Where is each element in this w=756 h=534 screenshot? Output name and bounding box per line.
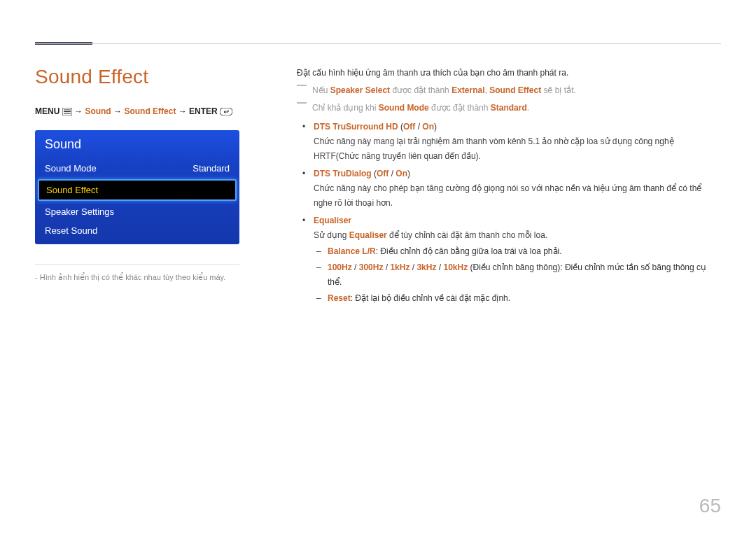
tv-row-reset-sound[interactable]: Reset Sound bbox=[35, 221, 239, 240]
divider bbox=[35, 264, 239, 265]
breadcrumb-arrow-3: → bbox=[178, 106, 187, 116]
enter-icon bbox=[220, 108, 232, 115]
note-dash-icon bbox=[297, 85, 307, 86]
breadcrumb-arrow-1: → bbox=[74, 106, 83, 116]
tv-row-sound-effect[interactable]: Sound Effect bbox=[38, 179, 237, 201]
footnote-dash: - bbox=[35, 273, 38, 281]
tv-row-sound-mode[interactable]: Sound Mode Standard bbox=[35, 159, 239, 178]
eq-reset: Reset: Đặt lại bộ điều chỉnh về cài đặt … bbox=[314, 291, 721, 306]
breadcrumb: MENU → Sound → Sound Effect → ENTER bbox=[35, 105, 273, 118]
tv-row-speaker-settings[interactable]: Speaker Settings bbox=[35, 202, 239, 221]
breadcrumb-sound: Sound bbox=[85, 106, 111, 116]
breadcrumb-sound-effect: Sound Effect bbox=[124, 106, 176, 116]
page-title: Sound Effect bbox=[35, 66, 273, 88]
footnote: - Hình ảnh hiển thị có thể khác nhau tùy… bbox=[35, 272, 273, 283]
tv-row-value: Standard bbox=[192, 163, 230, 174]
eq-balance: Balance L/R: Điều chỉnh độ cân bằng giữa… bbox=[314, 244, 721, 259]
feature-desc: Chức năng này cho phép bạn tăng cường độ… bbox=[314, 181, 721, 211]
intro-text: Đặt cấu hình hiệu ứng âm thanh ưa thích … bbox=[297, 66, 721, 80]
note-1: Nếu Speaker Select được đặt thành Extern… bbox=[297, 83, 721, 98]
tv-menu-header: Sound bbox=[35, 130, 239, 159]
eq-bands: 100Hz / 300Hz / 1kHz / 3kHz / 10kHz (Điề… bbox=[314, 260, 721, 290]
tv-row-label: Speaker Settings bbox=[45, 206, 114, 217]
feature-dts-trusurround: DTS TruSurround HD (Off / On) Chức năng … bbox=[297, 120, 721, 164]
breadcrumb-menu: MENU bbox=[35, 106, 59, 116]
tv-row-label: Sound Effect bbox=[46, 185, 98, 195]
tv-menu-panel: Sound Sound Mode Standard Sound Effect S… bbox=[35, 130, 239, 244]
feature-desc: Chức năng này mang lại trải nghiệm âm th… bbox=[314, 134, 721, 164]
feature-desc: Sử dụng Equaliser để tùy chỉnh cài đặt â… bbox=[314, 228, 721, 243]
menu-icon bbox=[62, 108, 72, 115]
feature-dts-trudialog: DTS TruDialog (Off / On) Chức năng này c… bbox=[297, 167, 721, 211]
breadcrumb-enter: ENTER bbox=[189, 106, 218, 116]
footnote-text: Hình ảnh hiển thị có thể khác nhau tùy t… bbox=[40, 273, 226, 281]
page-number: 65 bbox=[699, 495, 721, 517]
header-rule bbox=[35, 43, 721, 44]
tv-row-label: Sound Mode bbox=[45, 163, 97, 174]
feature-equaliser: Equaliser Sử dụng Equaliser để tùy chỉnh… bbox=[297, 213, 721, 306]
note-dash-icon bbox=[297, 102, 307, 104]
breadcrumb-arrow-2: → bbox=[113, 106, 122, 116]
tv-row-label: Reset Sound bbox=[45, 225, 97, 236]
note-2: Chỉ khả dụng khi Sound Mode được đặt thà… bbox=[297, 101, 721, 115]
description-column: Đặt cấu hình hiệu ứng âm thanh ưa thích … bbox=[297, 66, 721, 309]
